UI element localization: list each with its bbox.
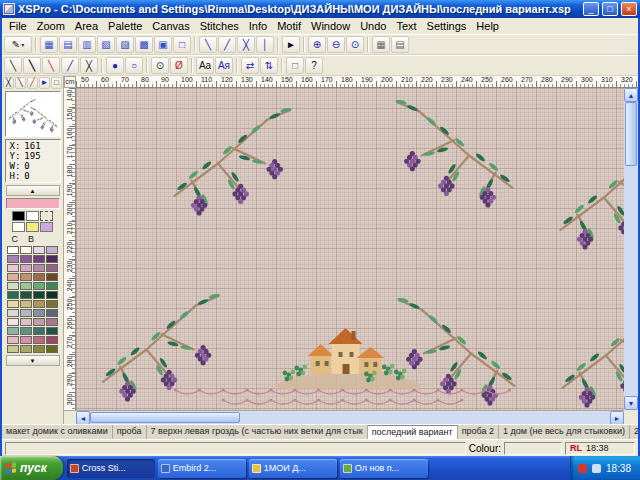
- palette-swatch[interactable]: [46, 273, 58, 281]
- taskbar-task[interactable]: Ол нов п...: [340, 459, 428, 478]
- three-quarter-stitch-tool[interactable]: ▧: [97, 36, 115, 53]
- vertical-scrollbar[interactable]: ▲ ▼: [624, 88, 638, 410]
- palette-swatch[interactable]: [7, 318, 19, 326]
- palette-swatch[interactable]: [46, 336, 58, 344]
- text-cyrillic-button[interactable]: Aя: [215, 57, 233, 74]
- horizontal-scrollbar[interactable]: ◄ ►: [76, 410, 624, 424]
- minimize-button[interactable]: _: [583, 2, 599, 16]
- pattern-tab[interactable]: 7 верхн левая гроздь (с частью них ветки…: [147, 425, 368, 439]
- menu-settings[interactable]: Settings: [422, 19, 472, 33]
- menu-window[interactable]: Window: [306, 19, 355, 33]
- backstitch-diagonal-tool[interactable]: ╲: [199, 36, 217, 53]
- quick-swatch[interactable]: [12, 222, 25, 232]
- palette-swatch[interactable]: [20, 327, 32, 335]
- palette-swatch[interactable]: [33, 336, 45, 344]
- palette-swatch[interactable]: [46, 300, 58, 308]
- palette-swatch[interactable]: [7, 282, 19, 290]
- palette-swatch[interactable]: [7, 309, 19, 317]
- menu-palette[interactable]: Palette: [103, 19, 147, 33]
- backstitch-red-tool[interactable]: ╲: [42, 57, 60, 74]
- quick-swatch[interactable]: [26, 222, 39, 232]
- menu-zoom[interactable]: Zoom: [32, 19, 70, 33]
- horizontal-scroll-track[interactable]: [90, 411, 610, 424]
- palette-swatch[interactable]: [7, 264, 19, 272]
- palette-swatch[interactable]: [20, 282, 32, 290]
- palette-swatch[interactable]: [33, 246, 45, 254]
- zoom-area-tool[interactable]: ⊙: [346, 36, 364, 53]
- palette-swatch[interactable]: [20, 318, 32, 326]
- motif-preview[interactable]: [5, 91, 61, 137]
- flip-horizontal-tool[interactable]: ⇄: [241, 57, 259, 74]
- backstitch-medium-tool[interactable]: ╲: [23, 57, 41, 74]
- titlebar[interactable]: XSPro - C:\Documents and Settings\Rimma\…: [0, 0, 640, 18]
- quick-swatch[interactable]: [40, 222, 53, 232]
- grid-options-button[interactable]: ▦: [372, 36, 390, 53]
- french-knot-tool[interactable]: ●: [106, 57, 124, 74]
- pattern-tab[interactable]: проба: [113, 425, 147, 439]
- bead-tool[interactable]: ○: [125, 57, 143, 74]
- motif-stitch-tool[interactable]: ▣: [154, 36, 172, 53]
- zoom-out-tool[interactable]: ⊖: [327, 36, 345, 53]
- vertical-scroll-track[interactable]: [624, 102, 638, 396]
- mini-backstitch-tool[interactable]: ╱: [27, 77, 38, 89]
- palette-swatch[interactable]: [7, 300, 19, 308]
- mini-full-stitch-tool[interactable]: ╳: [3, 77, 14, 89]
- taskbar-task[interactable]: Embird 2...: [158, 459, 246, 478]
- tray-language-icon[interactable]: [578, 464, 587, 473]
- close-button[interactable]: ×: [621, 2, 637, 16]
- selected-color-swatch[interactable]: [6, 198, 60, 209]
- palette-swatch[interactable]: [20, 246, 32, 254]
- palette-swatch[interactable]: [7, 246, 19, 254]
- palette-swatch[interactable]: [7, 255, 19, 263]
- palette-swatch[interactable]: [20, 264, 32, 272]
- taskbar-task[interactable]: Cross Sti...: [67, 459, 155, 478]
- palette-swatch[interactable]: [7, 345, 19, 353]
- palette-swatch[interactable]: [33, 282, 45, 290]
- palette-swatch[interactable]: [33, 300, 45, 308]
- palette-swatch[interactable]: [33, 264, 45, 272]
- palette-swatch[interactable]: [46, 291, 58, 299]
- tray-app-icon[interactable]: [592, 464, 601, 473]
- mini-select-tool[interactable]: ►: [39, 77, 50, 89]
- remove-color-tool[interactable]: Ø: [170, 57, 188, 74]
- quarter-stitch-tool[interactable]: ▥: [78, 36, 96, 53]
- palette-swatch[interactable]: [20, 291, 32, 299]
- menu-file[interactable]: File: [4, 19, 32, 33]
- scroll-right-arrow[interactable]: ►: [610, 411, 624, 425]
- menu-info[interactable]: Info: [244, 19, 272, 33]
- menu-help[interactable]: Help: [471, 19, 504, 33]
- palette-swatch[interactable]: [46, 255, 58, 263]
- maximize-button[interactable]: □: [602, 2, 618, 16]
- palette-swatch[interactable]: [33, 318, 45, 326]
- palette-swatch[interactable]: [33, 291, 45, 299]
- color-picker-tool[interactable]: ⊙: [151, 57, 169, 74]
- backstitch-diagonal-alt-tool[interactable]: ╱: [218, 36, 236, 53]
- palette-swatch[interactable]: [20, 309, 32, 317]
- menu-stitches[interactable]: Stitches: [195, 19, 244, 33]
- palette-swatch[interactable]: [20, 255, 32, 263]
- menu-canvas[interactable]: Canvas: [147, 19, 194, 33]
- pattern-tab[interactable]: последний вариант: [368, 425, 458, 439]
- pattern-tab[interactable]: 2 правая ник гр: [630, 425, 638, 439]
- stitch-canvas[interactable]: [76, 88, 624, 410]
- mini-half-stitch-tool[interactable]: ╲: [15, 77, 26, 89]
- outline-stitch-tool[interactable]: □: [173, 36, 191, 53]
- palette-swatch[interactable]: [7, 336, 19, 344]
- palette-scroll-up-button[interactable]: ▲: [6, 185, 60, 196]
- pattern-info-button[interactable]: □: [286, 57, 304, 74]
- backstitch-cross-tool[interactable]: ╳: [237, 36, 255, 53]
- zoom-in-tool[interactable]: ⊕: [308, 36, 326, 53]
- special-stitch-tool[interactable]: ▩: [135, 36, 153, 53]
- palette-swatch[interactable]: [20, 336, 32, 344]
- palette-swatch[interactable]: [33, 273, 45, 281]
- mini-erase-tool[interactable]: □: [51, 77, 62, 89]
- scroll-left-arrow[interactable]: ◄: [76, 411, 90, 425]
- backstitch-x-tool[interactable]: ╳: [80, 57, 98, 74]
- half-stitch-tool[interactable]: ▤: [59, 36, 77, 53]
- scroll-up-arrow[interactable]: ▲: [624, 88, 638, 102]
- backstitch-thin-tool[interactable]: ╲: [4, 57, 22, 74]
- text-latin-button[interactable]: Aa: [196, 57, 214, 74]
- vertical-scroll-thumb[interactable]: [625, 102, 637, 166]
- palette-swatch[interactable]: [33, 309, 45, 317]
- help-button[interactable]: ?: [305, 57, 323, 74]
